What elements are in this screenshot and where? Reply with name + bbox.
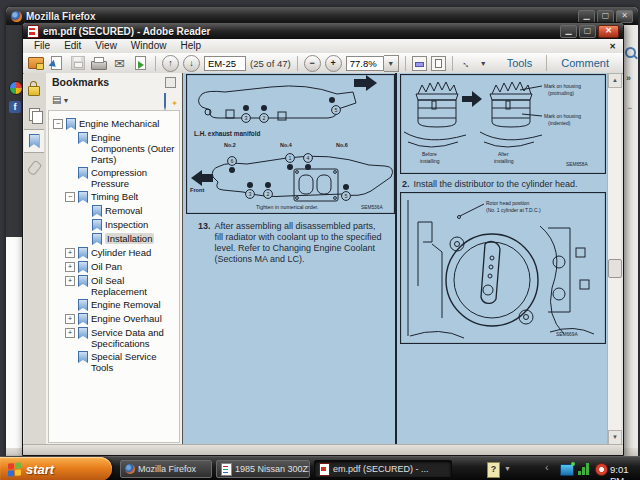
help-tray-icon[interactable]: ? <box>487 462 500 478</box>
bookmarks-pane-button[interactable] <box>24 129 44 153</box>
scroll-up-icon[interactable]: ▲ <box>608 73 622 88</box>
menu-edit[interactable]: Edit <box>57 39 88 53</box>
step-13-text: 13. After assembling all disassembled pa… <box>198 221 384 265</box>
bookmark-engine-components[interactable]: Engine Components (Outer Parts) <box>49 131 179 166</box>
bookmark-oil-pan[interactable]: + Oil Pan <box>49 260 179 274</box>
bookmark-engine-mechanical[interactable]: − Engine Mechanical <box>49 117 179 131</box>
zoom-in-button[interactable]: + <box>325 55 342 72</box>
pan-zoom-button[interactable]: ↔ <box>459 55 476 71</box>
vertical-scrollbar[interactable]: ▲ ▼ <box>607 73 621 445</box>
figure-code: SEM669A <box>556 332 578 337</box>
new-bookmark-icon[interactable] <box>164 94 176 106</box>
search-icon[interactable] <box>625 47 636 58</box>
signal-tray-icon[interactable] <box>578 463 590 475</box>
expander-icon[interactable]: + <box>65 328 75 338</box>
open-button[interactable] <box>27 55 44 71</box>
zoom-out-button[interactable]: − <box>304 55 321 72</box>
bookmark-cylinder-head[interactable]: + Cylinder Head <box>49 246 179 260</box>
page-thumbnails-button[interactable] <box>24 103 44 125</box>
start-button[interactable]: start <box>0 457 112 480</box>
attachments-button[interactable] <box>24 157 44 179</box>
email-icon: ✉ <box>114 57 125 70</box>
bookmark-special-service-tools[interactable]: Special Service Tools <box>49 350 179 374</box>
bookmark-timing-belt[interactable]: − Timing Belt <box>49 190 179 204</box>
share-button[interactable] <box>132 55 149 71</box>
firefox-page-edge <box>6 237 23 449</box>
expander-icon[interactable]: − <box>65 192 75 202</box>
tighten-note: Tighten in numerical order. <box>256 204 319 210</box>
toolbar-overflow-caret[interactable]: ▼ <box>480 60 487 67</box>
expander-icon[interactable]: − <box>53 119 63 129</box>
firefox-minimize-button[interactable]: ▁ <box>578 10 595 23</box>
scroll-down-icon[interactable]: ▼ <box>608 430 622 445</box>
tools-panel-button[interactable]: Tools <box>497 57 543 69</box>
facebook-icon[interactable]: f <box>9 101 21 113</box>
menu-help[interactable]: Help <box>173 39 208 53</box>
bookmark-engine-overhaul[interactable]: + Engine Overhaul <box>49 312 179 326</box>
zoom-level-control[interactable]: 77.8% ▼ <box>346 55 399 72</box>
firefox-close-button[interactable]: ✕ <box>616 10 633 23</box>
print-button[interactable] <box>90 55 107 71</box>
bookmark-options-icon[interactable]: ▤▼ <box>52 94 70 105</box>
bookmark-engine-removal[interactable]: Engine Removal <box>49 298 179 312</box>
taskbar: start Mozilla Firefox 1985 Nissan 300ZX.… <box>0 456 640 480</box>
antivirus-tray-icon[interactable] <box>595 463 608 476</box>
distributor-install-figure: Mark on housing (protruding) Mark on hou… <box>400 74 606 174</box>
expander-icon[interactable]: + <box>65 262 75 272</box>
bookmark-icon <box>92 233 102 245</box>
menubar-close-icon[interactable]: ✕ <box>609 42 616 51</box>
google-icon[interactable] <box>9 81 23 95</box>
pages-icon <box>29 108 40 121</box>
bookmark-compression-pressure[interactable]: Compression Pressure <box>49 166 179 190</box>
menu-window[interactable]: Window <box>124 39 174 53</box>
fit-width-button[interactable] <box>412 56 427 71</box>
zoom-dropdown-icon[interactable]: ▼ <box>384 55 399 72</box>
overflow-chevron-icon[interactable]: » <box>626 73 631 83</box>
previous-page-button[interactable]: ↑ <box>162 55 179 72</box>
firefox-title: Mozilla Firefox <box>26 11 95 22</box>
scrollbar-thumb[interactable] <box>608 259 622 278</box>
save-as-button[interactable] <box>48 55 65 71</box>
tray-caret-icon[interactable]: ▼ <box>504 465 511 472</box>
bookmark-service-data[interactable]: + Service Data and Specifications <box>49 326 179 350</box>
expander-icon[interactable]: + <box>65 276 75 286</box>
reader-close-button[interactable]: ✕ <box>598 25 619 38</box>
expander-icon[interactable]: + <box>65 314 75 324</box>
taskbar-task-zip[interactable]: 1985 Nissan 300ZX.zi... <box>216 460 310 478</box>
taskbar-task-firefox[interactable]: Mozilla Firefox <box>120 460 212 478</box>
reader-minimize-button[interactable]: ▁ <box>560 25 577 38</box>
page-number-input[interactable] <box>204 56 246 71</box>
taskbar-clock[interactable]: 9:01 PM <box>610 464 640 480</box>
collapse-dash-icon[interactable]: − <box>627 103 632 113</box>
save-button[interactable] <box>69 55 86 71</box>
rotor-position-label: Rotor head position <box>486 200 530 206</box>
bookmark-oil-seal-replacement[interactable]: + Oil Seal Replacement <box>49 274 179 298</box>
menu-view[interactable]: View <box>88 39 124 53</box>
expander-icon[interactable]: + <box>65 248 75 258</box>
bookmark-icon <box>78 275 88 287</box>
reader-maximize-button[interactable]: ▢ <box>579 25 596 38</box>
fit-page-button[interactable] <box>431 56 446 71</box>
zoom-level-value[interactable]: 77.8% <box>346 56 384 71</box>
comment-panel-button[interactable]: Comment <box>551 57 619 69</box>
share-icon <box>135 56 146 70</box>
tray-expand-chevron[interactable]: ‹ <box>545 461 549 473</box>
toolbar: ✉ ↑ ↓ (25 of 47) − + 77.8% ▼ ↔ ▼ Tools C… <box>23 53 623 74</box>
bookmarks-header: Bookmarks <box>46 73 182 91</box>
panel-collapse-icon[interactable] <box>165 77 176 88</box>
menu-file[interactable]: File <box>27 39 57 53</box>
adobe-reader-window: em.pdf (SECURED) - Adobe Reader ▁ ▢ ✕ Fi… <box>22 22 624 456</box>
pan-zoom-icon: ↔ <box>460 56 475 71</box>
firefox-maximize-button[interactable]: ▢ <box>597 10 614 23</box>
bookmark-icon <box>78 351 88 363</box>
bookmark-inspection[interactable]: Inspection <box>49 218 179 232</box>
network-tray-icon[interactable] <box>560 464 574 476</box>
email-button[interactable]: ✉ <box>111 55 128 71</box>
reader-titlebar[interactable]: em.pdf (SECURED) - Adobe Reader ▁ ▢ ✕ <box>23 23 623 39</box>
bookmark-removal[interactable]: Removal <box>49 204 179 218</box>
taskbar-task-empdf[interactable]: em.pdf (SECURED) - ... <box>314 460 452 478</box>
next-page-button[interactable]: ↓ <box>183 55 200 72</box>
security-button[interactable] <box>24 77 44 99</box>
lh-manifold-heading: L.H. exhaust manifold <box>194 130 260 137</box>
bookmark-installation[interactable]: Installation <box>49 232 179 246</box>
